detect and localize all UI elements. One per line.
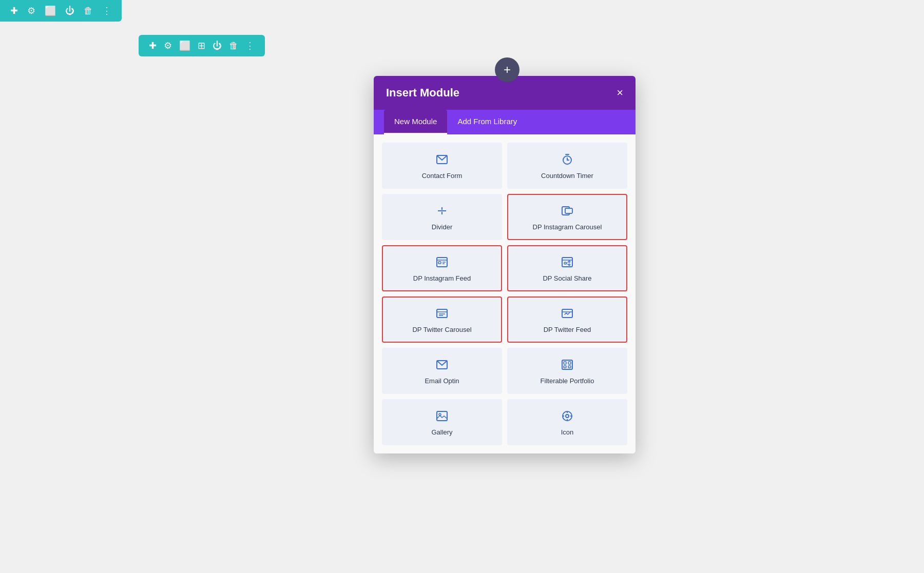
modal-close-button[interactable]: × — [617, 87, 623, 98]
svg-rect-21 — [437, 309, 447, 318]
module-dp-instagram-feed-label: DP Instagram Feed — [413, 274, 471, 283]
row-gear-icon[interactable]: ⚙ — [164, 40, 172, 51]
top-toolbar: ✚ ⚙ ⬜ ⏻ 🗑 ⋮ — [0, 0, 122, 22]
svg-point-17 — [569, 261, 570, 262]
module-dp-instagram-carousel[interactable]: DP Instagram Carousel — [507, 194, 627, 240]
twitter-carousel-icon — [436, 307, 448, 322]
svg-rect-31 — [564, 366, 566, 368]
divider-icon — [436, 205, 448, 219]
row-toolbar: ✚ ⚙ ⬜ ⊞ ⏻ 🗑 ⋮ — [139, 35, 265, 56]
module-dp-twitter-carousel[interactable]: DP Twitter Carousel — [382, 297, 502, 343]
add-icon[interactable]: ✚ — [10, 5, 18, 16]
module-icon-label: Icon — [561, 428, 574, 437]
svg-rect-29 — [564, 362, 566, 364]
columns-icon[interactable]: ⊞ — [198, 40, 205, 51]
row-power-icon[interactable]: ⏻ — [213, 41, 222, 51]
portfolio-icon — [561, 359, 573, 373]
tab-new-module[interactable]: New Module — [384, 110, 447, 134]
module-dp-social-share-label: DP Social Share — [543, 274, 591, 283]
row-copy-icon[interactable]: ⬜ — [179, 40, 190, 51]
tab-add-from-library[interactable]: Add From Library — [447, 110, 527, 134]
svg-point-36 — [566, 414, 569, 418]
icon-module-icon — [561, 410, 573, 424]
gallery-icon — [436, 410, 448, 424]
svg-point-16 — [564, 262, 566, 264]
module-dp-instagram-carousel-label: DP Instagram Carousel — [533, 223, 602, 232]
module-divider[interactable]: Divider — [382, 194, 502, 240]
svg-rect-32 — [568, 366, 571, 368]
email-icon — [436, 153, 448, 168]
module-dp-social-share[interactable]: DP Social Share — [507, 245, 627, 291]
modal-title: Insert Module — [386, 86, 459, 100]
copy-icon[interactable]: ⬜ — [45, 5, 56, 16]
module-countdown-timer[interactable]: Countdown Timer — [507, 143, 627, 189]
svg-rect-30 — [568, 362, 571, 364]
power-icon[interactable]: ⏻ — [65, 6, 74, 16]
module-gallery-label: Gallery — [431, 428, 452, 437]
row-more-icon[interactable]: ⋮ — [245, 40, 255, 51]
module-filterable-portfolio-label: Filterable Portfolio — [541, 377, 594, 386]
module-dp-twitter-feed-label: DP Twitter Feed — [544, 326, 591, 334]
insert-module-modal: Insert Module × New Module Add From Libr… — [374, 76, 636, 453]
module-dp-instagram-feed[interactable]: DP Instagram Feed — [382, 245, 502, 291]
module-email-optin-label: Email Optin — [425, 377, 459, 386]
twitter-feed-icon — [561, 307, 573, 322]
module-email-optin[interactable]: Email Optin — [382, 348, 502, 394]
svg-line-19 — [566, 262, 569, 263]
social-share-icon — [561, 256, 573, 270]
module-grid: Contact Form Countdown Timer — [374, 134, 636, 453]
row-trash-icon[interactable]: 🗑 — [229, 41, 238, 51]
email-optin-icon — [436, 359, 448, 373]
module-icon[interactable]: Icon — [507, 399, 627, 445]
more-icon[interactable]: ⋮ — [102, 5, 111, 16]
module-contact-form-label: Contact Form — [422, 172, 463, 181]
timer-icon — [561, 153, 573, 168]
module-filterable-portfolio[interactable]: Filterable Portfolio — [507, 348, 627, 394]
module-countdown-timer-label: Countdown Timer — [541, 172, 593, 181]
instagram-carousel-icon — [561, 205, 573, 219]
move-icon[interactable]: ✚ — [149, 40, 157, 51]
svg-rect-33 — [437, 411, 447, 421]
gear-icon[interactable]: ⚙ — [27, 5, 35, 16]
instagram-feed-icon — [436, 256, 448, 270]
insert-module-button[interactable]: + — [495, 57, 519, 82]
modal-tabs: New Module Add From Library — [374, 110, 636, 134]
module-divider-label: Divider — [432, 223, 452, 232]
svg-line-20 — [566, 264, 569, 265]
trash-icon[interactable]: 🗑 — [84, 6, 93, 16]
module-contact-form[interactable]: Contact Form — [382, 143, 502, 189]
svg-rect-11 — [438, 262, 441, 264]
module-gallery[interactable]: Gallery — [382, 399, 502, 445]
svg-rect-7 — [565, 208, 572, 213]
module-dp-twitter-feed[interactable]: DP Twitter Feed — [507, 297, 627, 343]
svg-point-18 — [569, 264, 570, 265]
module-dp-twitter-carousel-label: DP Twitter Carousel — [412, 326, 471, 334]
